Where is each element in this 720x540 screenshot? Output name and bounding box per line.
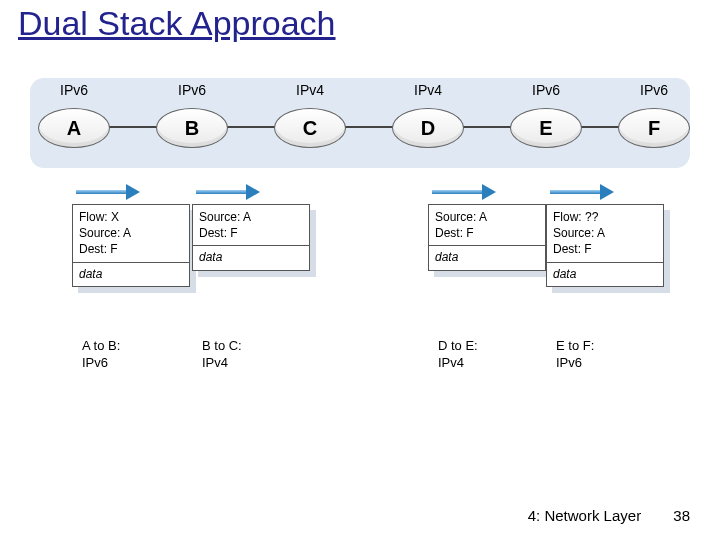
packet-line: Source: A	[553, 225, 657, 241]
network-band: IPv6 A IPv6 B IPv4 C IPv4 D IPv6 E IPv6 …	[30, 78, 690, 168]
packet-line: Source: A	[199, 209, 303, 225]
arrow-icon	[550, 184, 666, 200]
packet-box: Flow: X Source: A Dest: F data	[72, 204, 190, 287]
packet-line: Source: A	[435, 209, 539, 225]
slide-title: Dual Stack Approach	[18, 4, 336, 43]
hop-bc: B to C: IPv4	[202, 338, 322, 372]
packet-data: data	[435, 249, 539, 265]
packet-divider	[193, 245, 309, 246]
node-letter-e: E	[539, 117, 552, 140]
packet-ef: Flow: ?? Source: A Dest: F data	[546, 178, 666, 287]
node-b: B	[156, 108, 228, 148]
packet-ab: Flow: X Source: A Dest: F data	[72, 178, 192, 287]
hop-line1: E to F:	[556, 338, 676, 355]
hop-line2: IPv6	[556, 355, 676, 372]
node-e: E	[510, 108, 582, 148]
packet-de: Source: A Dest: F data	[428, 178, 548, 271]
node-proto-c: IPv4	[296, 82, 324, 98]
packet-data: data	[199, 249, 303, 265]
hop-line2: IPv4	[438, 355, 558, 372]
packet-line: Dest: F	[553, 241, 657, 257]
hop-ab: A to B: IPv6	[82, 338, 202, 372]
packet-line: Dest: F	[435, 225, 539, 241]
packet-divider	[547, 262, 663, 263]
packet-line: Dest: F	[199, 225, 303, 241]
node-a: A	[38, 108, 110, 148]
page-number: 38	[673, 507, 690, 524]
node-proto-a: IPv6	[60, 82, 88, 98]
node-proto-e: IPv6	[532, 82, 560, 98]
arrow-icon	[76, 184, 192, 200]
diagram: IPv6 A IPv6 B IPv4 C IPv4 D IPv6 E IPv6 …	[30, 78, 690, 168]
slide: Dual Stack Approach IPv6 A IPv6 B IPv4 C…	[0, 0, 720, 540]
slide-footer: 4: Network Layer 38	[528, 507, 690, 524]
node-c: C	[274, 108, 346, 148]
arrow-icon	[196, 184, 312, 200]
node-f: F	[618, 108, 690, 148]
packet-line: Dest: F	[79, 241, 183, 257]
packet-line: Source: A	[79, 225, 183, 241]
packet-divider	[73, 262, 189, 263]
hop-line1: B to C:	[202, 338, 322, 355]
node-letter-f: F	[648, 117, 660, 140]
packet-bc: Source: A Dest: F data	[192, 178, 312, 271]
packet-line: Flow: ??	[553, 209, 657, 225]
node-letter-c: C	[303, 117, 317, 140]
node-d: D	[392, 108, 464, 148]
node-letter-d: D	[421, 117, 435, 140]
hop-line2: IPv6	[82, 355, 202, 372]
hop-line1: D to E:	[438, 338, 558, 355]
node-proto-b: IPv6	[178, 82, 206, 98]
hop-de: D to E: IPv4	[438, 338, 558, 372]
packet-divider	[429, 245, 545, 246]
chapter-label: 4: Network Layer	[528, 507, 641, 524]
hop-ef: E to F: IPv6	[556, 338, 676, 372]
node-proto-d: IPv4	[414, 82, 442, 98]
arrow-icon	[432, 184, 548, 200]
packet-data: data	[79, 266, 183, 282]
hop-line2: IPv4	[202, 355, 322, 372]
packet-data: data	[553, 266, 657, 282]
packet-box: Source: A Dest: F data	[428, 204, 546, 271]
node-letter-a: A	[67, 117, 81, 140]
packet-box: Source: A Dest: F data	[192, 204, 310, 271]
node-proto-f: IPv6	[640, 82, 668, 98]
node-letter-b: B	[185, 117, 199, 140]
hop-line1: A to B:	[82, 338, 202, 355]
packet-line: Flow: X	[79, 209, 183, 225]
packet-box: Flow: ?? Source: A Dest: F data	[546, 204, 664, 287]
